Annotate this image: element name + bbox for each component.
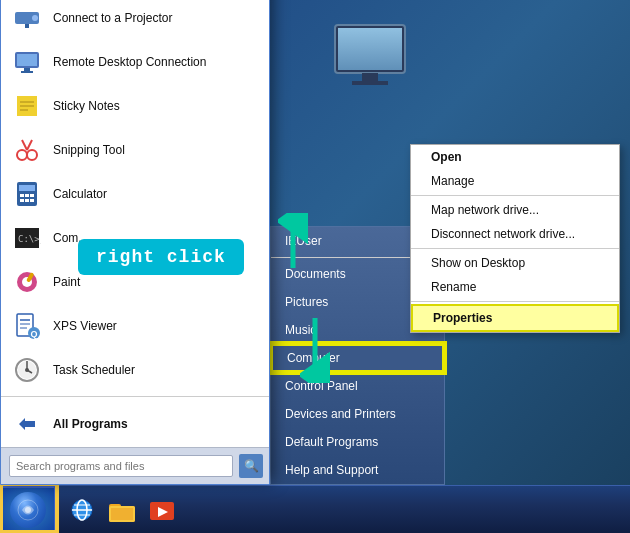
search-button[interactable]: 🔍: [239, 454, 263, 478]
search-input[interactable]: [9, 455, 233, 477]
svg-rect-12: [24, 68, 30, 71]
svg-point-46: [25, 368, 29, 372]
svg-point-8: [32, 15, 38, 21]
snipping-tool-icon: [11, 134, 43, 166]
menu-item-label: Remote Desktop Connection: [53, 55, 206, 69]
task-scheduler-icon: [11, 354, 43, 386]
calculator-icon: [11, 178, 43, 210]
svg-line-21: [27, 140, 32, 150]
context-menu: Open Manage Map network drive... Disconn…: [410, 144, 620, 333]
context-menu-open[interactable]: Open: [411, 145, 619, 169]
menu-item-label: Calculator: [53, 187, 107, 201]
menu-item-projector[interactable]: Connect to a Projector: [1, 0, 270, 40]
start-orb: [10, 492, 46, 528]
right-panel-default-programs[interactable]: Default Programs: [271, 428, 444, 456]
all-programs-item[interactable]: All Programs: [1, 401, 270, 447]
svg-rect-3: [362, 73, 378, 81]
projector-icon: [11, 2, 43, 34]
right-click-annotation: right click: [78, 239, 244, 275]
right-panel-devices[interactable]: Devices and Printers: [271, 400, 444, 428]
right-panel-control-panel[interactable]: Control Panel: [271, 372, 444, 400]
svg-rect-11: [17, 54, 37, 66]
start-button[interactable]: [0, 486, 56, 534]
desktop-monitor-icon: [330, 20, 410, 90]
arrow-up-icon: [278, 213, 308, 273]
remote-desktop-icon: [11, 46, 43, 78]
menu-item-snipping-tool[interactable]: Snipping Tool: [1, 128, 270, 172]
svg-rect-4: [352, 81, 388, 85]
menu-item-label: Snipping Tool: [53, 143, 125, 157]
menu-item-sticky-notes[interactable]: Sticky Notes: [1, 84, 270, 128]
menu-divider: [1, 396, 270, 397]
context-menu-disconnect-drive[interactable]: Disconnect network drive...: [411, 222, 619, 246]
context-menu-properties[interactable]: Properties: [411, 304, 619, 332]
svg-point-19: [27, 150, 37, 160]
menu-item-label: Paint: [53, 275, 80, 289]
ie-icon[interactable]: [64, 492, 100, 528]
context-menu-show-desktop[interactable]: Show on Desktop: [411, 251, 619, 275]
svg-line-20: [22, 140, 27, 150]
svg-rect-13: [21, 71, 33, 73]
context-menu-divider2: [411, 248, 619, 249]
svg-rect-24: [20, 194, 24, 197]
svg-rect-28: [25, 199, 29, 202]
taskbar: [0, 485, 630, 533]
context-menu-divider3: [411, 301, 619, 302]
right-panel-help[interactable]: Help and Support: [271, 456, 444, 484]
svg-point-53: [25, 507, 31, 513]
folder-icon[interactable]: [104, 492, 140, 528]
svg-rect-9: [25, 24, 29, 28]
menu-item-remote-desktop[interactable]: Remote Desktop Connection: [1, 40, 270, 84]
context-menu-rename[interactable]: Rename: [411, 275, 619, 299]
svg-rect-27: [20, 199, 24, 202]
arrow-down-icon: [300, 313, 330, 383]
menu-item-calculator[interactable]: Calculator: [1, 172, 270, 216]
menu-item-task-scheduler[interactable]: Task Scheduler: [1, 348, 270, 392]
sticky-notes-icon: [11, 90, 43, 122]
paint-icon: [11, 266, 43, 298]
context-menu-divider: [411, 195, 619, 196]
svg-rect-2: [338, 28, 402, 70]
context-menu-map-drive[interactable]: Map network drive...: [411, 198, 619, 222]
search-bar: 🔍: [1, 447, 270, 484]
context-menu-manage[interactable]: Manage: [411, 169, 619, 193]
all-programs-icon: [11, 408, 43, 440]
taskbar-icons: [56, 492, 180, 528]
right-panel-computer[interactable]: Computer: [271, 344, 444, 372]
menu-item-xps-viewer[interactable]: Q XPS Viewer: [1, 304, 270, 348]
xps-viewer-icon: Q: [11, 310, 43, 342]
svg-rect-62: [111, 508, 133, 520]
svg-rect-23: [19, 185, 35, 191]
svg-marker-47: [19, 418, 35, 430]
svg-rect-25: [25, 194, 29, 197]
menu-item-label: Connect to a Projector: [53, 11, 172, 25]
media-icon[interactable]: [144, 492, 180, 528]
menu-item-label: Sticky Notes: [53, 99, 120, 113]
cmd-icon: C:\>_: [11, 222, 43, 254]
svg-text:Q: Q: [30, 329, 37, 339]
svg-rect-29: [30, 199, 34, 202]
svg-text:C:\>_: C:\>_: [18, 234, 41, 244]
svg-rect-26: [30, 194, 34, 197]
svg-point-18: [17, 150, 27, 160]
menu-item-label: XPS Viewer: [53, 319, 117, 333]
all-programs-label: All Programs: [53, 417, 128, 431]
menu-item-label: Task Scheduler: [53, 363, 135, 377]
